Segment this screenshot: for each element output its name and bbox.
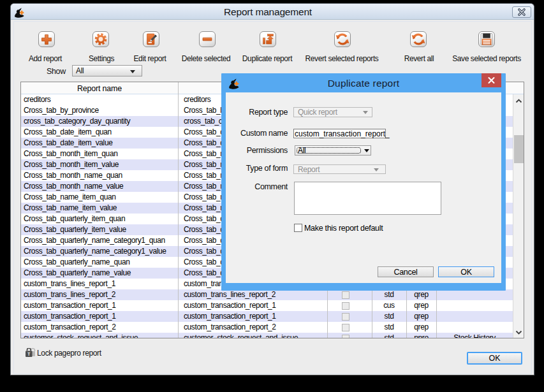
svg-text:T: T [27, 352, 30, 356]
